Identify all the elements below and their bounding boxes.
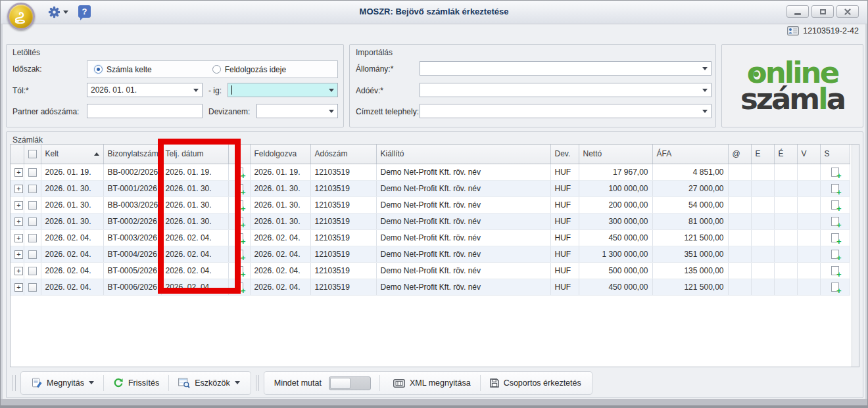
invoice-add-icon[interactable]	[235, 217, 243, 226]
minimize-button[interactable]	[786, 5, 809, 18]
status-add-icon[interactable]	[831, 200, 839, 210]
select-all-checkbox[interactable]	[28, 150, 37, 158]
header-e-acute[interactable]: É	[774, 145, 797, 164]
cell-netto: 450 000,00	[579, 229, 652, 246]
from-date-combobox[interactable]: 2026. 01. 01.	[87, 83, 203, 97]
expand-row-button[interactable]	[14, 168, 23, 177]
row-checkbox[interactable]	[28, 267, 37, 275]
status-add-icon[interactable]	[831, 184, 839, 193]
group-receipt-button[interactable]: Csoportos érkeztetés	[485, 374, 586, 392]
header-telj-datum[interactable]: Telj. dátum	[161, 145, 228, 164]
table-row[interactable]: 2026. 02. 04. BT-0004/2026 2026. 02. 04.…	[11, 246, 850, 262]
cell-kelt: 2026. 02. 04.	[41, 262, 103, 279]
header-kelt[interactable]: Kelt	[41, 145, 103, 164]
cell-dev: HUF	[550, 164, 579, 180]
status-add-icon[interactable]	[831, 168, 839, 177]
partner-taxnumber-label: Partner adószáma:	[12, 107, 79, 116]
tax-year-label: Adóév:*	[356, 86, 383, 95]
cell-netto: 450 000,00	[579, 279, 652, 295]
invoice-add-icon[interactable]	[235, 200, 243, 210]
expand-row-button[interactable]	[14, 234, 23, 242]
row-checkbox[interactable]	[28, 201, 37, 210]
close-button[interactable]	[836, 5, 859, 18]
row-checkbox[interactable]	[28, 168, 37, 177]
radio-processing-date[interactable]: Feldolgozás ideje	[212, 65, 286, 74]
maximize-button[interactable]	[811, 5, 834, 18]
chevron-down-icon	[235, 381, 240, 387]
header-at[interactable]: @	[728, 145, 751, 164]
invoice-add-icon[interactable]	[235, 233, 243, 242]
settings-menu-button[interactable]	[48, 6, 68, 18]
vertical-scrollbar[interactable]	[852, 145, 859, 367]
cell-kelt: 2026. 01. 19.	[41, 164, 103, 180]
header-afa[interactable]: ÁFA	[652, 145, 728, 164]
tax-year-combobox[interactable]	[420, 83, 711, 97]
open-xml-button[interactable]: XML megnyitása	[389, 374, 475, 392]
status-add-icon[interactable]	[831, 283, 839, 292]
invoice-add-icon[interactable]	[235, 266, 243, 275]
invoice-add-icon[interactable]	[235, 184, 243, 193]
invoice-add-icon[interactable]	[235, 168, 243, 177]
chevron-down-icon	[89, 381, 94, 387]
header-feldolgozva[interactable]: Feldolgozva	[250, 145, 310, 164]
expand-row-button[interactable]	[14, 267, 23, 275]
open-button-label: Megnyitás	[47, 378, 84, 388]
toolbar-grip[interactable]	[12, 375, 16, 391]
show-all-toggle[interactable]	[329, 376, 371, 390]
maximize-icon	[820, 9, 826, 14]
header-v[interactable]: V	[797, 145, 820, 164]
status-add-icon[interactable]	[831, 233, 839, 242]
expand-row-button[interactable]	[14, 185, 23, 193]
to-label: - ig:	[208, 86, 222, 95]
status-add-icon[interactable]	[831, 250, 839, 259]
cell-bizonylatszam: BB-0002/2026	[103, 164, 161, 180]
status-add-icon[interactable]	[831, 266, 839, 275]
row-checkbox[interactable]	[28, 250, 37, 259]
table-row[interactable]: 2026. 02. 04. BT-0003/2026 2026. 02. 04.…	[11, 229, 850, 246]
header-icon-column[interactable]	[228, 145, 250, 164]
cell-bizonylatszam: BT-0004/2026	[103, 246, 161, 262]
refresh-button[interactable]: Frissítés	[108, 374, 164, 392]
currency-combobox[interactable]	[256, 104, 338, 118]
invoice-add-icon[interactable]	[235, 283, 243, 292]
expand-row-button[interactable]	[14, 217, 23, 226]
table-row[interactable]: 2026. 01. 19. BB-0002/2026 2026. 01. 19.…	[11, 164, 850, 180]
window-title: MOSZR: Bejövő számlák érkeztetése	[1, 7, 867, 16]
to-date-combobox[interactable]	[228, 83, 338, 97]
header-kiallito[interactable]: Kiállító	[376, 145, 550, 164]
invoice-add-icon[interactable]	[235, 250, 243, 259]
status-add-icon[interactable]	[831, 217, 839, 226]
help-button[interactable]	[78, 5, 91, 18]
import-panel-title: Importálás	[356, 48, 393, 57]
download-panel: Letöltés Időszak: Számla kelte Feldolgoz…	[6, 44, 344, 127]
header-s[interactable]: S	[820, 145, 850, 164]
header-adoszam[interactable]: Adószám	[310, 145, 376, 164]
cell-telj-datum: 2026. 01. 30.	[161, 196, 228, 213]
table-row[interactable]: 2026. 02. 04. BT-0006/2026 2026. 02. 04.…	[11, 279, 850, 295]
toolbar-group-view: Mindet mutat XML megnyitása	[264, 371, 592, 395]
header-e[interactable]: E	[751, 145, 774, 164]
expand-row-button[interactable]	[14, 283, 23, 292]
table-row[interactable]: 2026. 02. 04. BT-0005/2026 2026. 02. 04.…	[11, 262, 850, 279]
partner-taxnumber-input[interactable]	[87, 104, 203, 118]
row-checkbox[interactable]	[28, 185, 37, 193]
tools-button[interactable]: Eszközök	[174, 374, 245, 392]
app-menu-button[interactable]	[7, 3, 35, 30]
table-row[interactable]: 2026. 01. 30. BT-0002/2026 2026. 01. 30.…	[11, 213, 850, 229]
row-checkbox[interactable]	[28, 217, 37, 226]
chevron-down-icon	[63, 11, 68, 16]
row-checkbox[interactable]	[28, 234, 37, 242]
expand-row-button[interactable]	[14, 201, 23, 210]
header-bizonylatszam[interactable]: Bizonylatszám	[103, 145, 161, 164]
file-combobox[interactable]	[420, 61, 711, 76]
radio-invoice-date[interactable]: Számla kelte	[94, 65, 152, 74]
header-netto[interactable]: Nettó	[579, 145, 652, 164]
recipient-site-combobox[interactable]	[420, 104, 711, 118]
expand-row-button[interactable]	[14, 250, 23, 259]
table-row[interactable]: 2026. 01. 30. BT-0001/2026 2026. 01. 30.…	[11, 180, 850, 196]
open-button[interactable]: Megnyitás	[27, 374, 99, 392]
table-row[interactable]: 2026. 01. 30. BB-0003/2026 2026. 01. 30.…	[11, 196, 850, 213]
row-checkbox[interactable]	[28, 283, 37, 292]
toolbar-grip[interactable]	[256, 375, 259, 391]
header-dev[interactable]: Dev.	[550, 145, 579, 164]
